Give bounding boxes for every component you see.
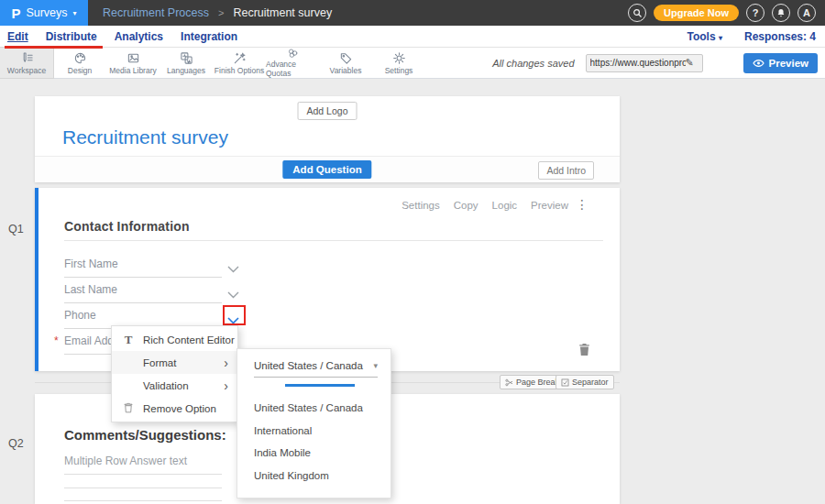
question-copy-link[interactable]: Copy [454,200,478,211]
questionpro-logo-icon: P [11,5,20,21]
toolbar-item-label: Finish Options [214,66,264,75]
submenu-arrow-icon: › [224,356,228,369]
field-label-first-name[interactable]: First Name [64,257,202,270]
toolbar-item-media-library[interactable]: Media Library [106,48,160,78]
toolbar-item-label: Media Library [109,66,157,75]
toolbar-item-label: Languages [167,66,205,75]
field-label-phone[interactable]: Phone [64,309,202,322]
question-mark-icon: ? [753,7,759,18]
field-underline [64,302,222,303]
account-avatar[interactable]: A [798,4,816,22]
chain-links-icon [286,48,300,59]
menu-item-label: Format [143,357,176,368]
notifications-button[interactable] [772,4,790,22]
menu-item-validation[interactable]: Validation › [112,374,237,397]
tab-edit[interactable]: Edit [7,30,28,43]
add-intro-button[interactable]: Add Intro [538,161,594,180]
caret-down-icon: ▾ [719,34,722,42]
toolbar-item-label: Workspace [7,66,46,75]
search-button[interactable] [628,4,646,22]
help-button[interactable]: ? [746,4,764,22]
workspace-icon [20,51,34,65]
tabrow-right: Tools ▾ Responses: 4 [688,30,825,43]
palette-icon [73,51,87,65]
question-number-q2: Q2 [8,437,24,450]
menu-item-remove-option[interactable]: Remove Option [112,397,237,420]
delete-question-button[interactable] [578,343,590,356]
question-preview-link[interactable]: Preview [531,200,568,211]
question-logic-link[interactable]: Logic [492,200,518,211]
title-divider [64,240,603,241]
caret-down-icon: ▾ [73,9,77,17]
toolbar-item-finish-options[interactable]: Finish Options [213,48,266,78]
add-logo-button[interactable]: Add Logo [298,102,358,120]
add-question-button[interactable]: Add Question [282,160,371,179]
question-actions: Settings Copy Logic Preview [402,200,568,211]
preview-button[interactable]: Preview [743,53,818,73]
tab-analytics[interactable]: Analytics [115,30,163,43]
menu-item-label: Remove Option [143,403,216,414]
add-question-row: Add Question Add Intro [35,156,620,182]
toolbar-item-languages[interactable]: Languages [160,48,213,78]
avatar-letter: A [803,7,810,18]
menu-item-rich-content-editor[interactable]: T Rich Content Editor [112,328,237,351]
tab-integration[interactable]: Integration [181,30,237,43]
tag-icon [339,51,353,65]
format-select[interactable]: United States / Canada ▾ [254,360,378,378]
preview-button-label: Preview [769,58,808,69]
answer-underline [64,488,222,488]
question-title[interactable]: Comments/Suggestions: [64,427,226,443]
format-select-value: United States / Canada [254,360,363,371]
menu-item-label: Rich Content Editor [143,334,235,345]
field-options-chevron[interactable] [227,286,239,293]
edit-url-pencil-icon[interactable]: ✎ [686,57,694,69]
format-submenu-panel: United States / Canada ▾ United States /… [236,348,391,499]
breadcrumb-current: Recruitment survey [233,6,332,19]
surveys-menu[interactable]: P Surveys ▾ [0,0,88,26]
toolbar-right: All changes saved ✎ Preview [492,48,825,78]
field-label-last-name[interactable]: Last Name [64,283,202,296]
toolbar-item-variables[interactable]: Variables [319,48,372,78]
question-number-q1: Q1 [8,223,24,236]
field-options-context-menu: T Rich Content Editor Format › Validatio… [111,325,238,422]
trash-icon [578,343,590,356]
eye-icon [753,59,764,68]
toolbar-item-design[interactable]: Design [53,48,106,78]
responses-link[interactable]: Responses: 4 [744,30,816,43]
annotation-underline [5,46,103,49]
menu-item-label: Validation [143,380,189,391]
survey-url-input[interactable] [590,58,686,68]
survey-title[interactable]: Recruitment survey [62,126,228,148]
field-underline [64,277,222,278]
tools-dropdown[interactable]: Tools ▾ [688,30,722,43]
tab-distribute[interactable]: Distribute [46,30,97,43]
toolbar-item-label: Advance Quotas [266,60,319,78]
checkbox-icon [561,378,569,387]
toolbar-item-workspace[interactable]: Workspace [0,48,53,78]
answer-placeholder[interactable]: Multiple Row Answer text [64,455,187,467]
toolbar-item-label: Design [68,66,92,75]
breadcrumb-folder[interactable]: Recruitment Process [103,6,209,19]
translate-icon [180,51,193,65]
caret-down-icon: ▾ [373,361,378,370]
format-option-us-canada[interactable]: United States / Canada [254,402,363,413]
toolbar-item-settings[interactable]: Settings [372,48,425,78]
menu-item-format[interactable]: Format › [112,351,237,374]
chevron-down-icon [227,291,239,299]
survey-header-card: Add Logo Recruitment survey Add Question… [35,96,620,182]
format-option-united-kingdom[interactable]: United Kingdom [254,470,329,481]
format-option-international[interactable]: International [254,425,312,436]
image-icon [126,51,140,65]
toolbar-item-advance-quotas[interactable]: Advance Quotas [266,48,319,78]
question-settings-link[interactable]: Settings [402,200,440,211]
bell-icon [776,7,786,18]
format-option-india-mobile[interactable]: India Mobile [254,447,311,458]
field-options-chevron[interactable] [227,260,239,268]
topbar-actions: Upgrade Now ? A [628,4,825,22]
separator-button[interactable]: Separator [556,375,614,389]
question-title[interactable]: Contact Information [64,219,190,234]
question-more-menu-icon[interactable]: ⋮ [576,197,588,212]
upgrade-now-button[interactable]: Upgrade Now [654,5,739,21]
gear-icon [392,51,406,65]
chevron-down-icon [227,266,239,273]
